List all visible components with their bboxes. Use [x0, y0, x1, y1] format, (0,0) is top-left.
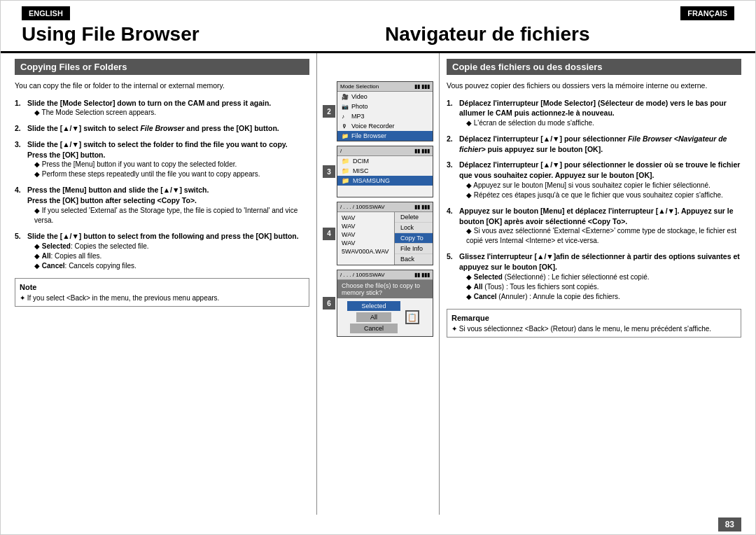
- menu-overlay: Delete Lock Copy To File Info Back: [394, 212, 433, 265]
- step-fr-num-2: 2.: [447, 134, 456, 154]
- copy-options-area: Selected All Cancel 📋: [337, 298, 433, 336]
- main-titles: Using File Browser Navigateur de fichier…: [1, 23, 755, 53]
- step-en-4: 4. Press the [Menu] button and slide the…: [15, 185, 309, 225]
- screen-copy: / . . . / 100SSWAV ▮▮ ▮▮▮ Choose the fil…: [337, 270, 433, 337]
- page-footer: 83: [1, 515, 755, 534]
- step-fr-num-1: 1.: [447, 98, 456, 128]
- step-content-5: Slide the [▲/▼] button to select from th…: [27, 231, 309, 271]
- voice-icon: 🎙: [342, 123, 349, 130]
- copy-dialog-title: Choose the file(s) to copy to memory sti…: [337, 280, 433, 298]
- screen-3-misc: 📁 MISC: [337, 166, 433, 176]
- title-fr: Navigateur de fichiers: [371, 23, 734, 46]
- screen-folder: / ▮▮ ▮▮▮ 📁 DCIM 📁 MISC 📁 MSAMSUNG: [337, 146, 433, 197]
- bullet-1-1: The Mode Selection screen appears.: [27, 108, 309, 118]
- page-number: 83: [718, 517, 741, 531]
- lang-en-label: ENGLISH: [22, 6, 70, 20]
- menu-back: Back: [395, 254, 433, 265]
- note-fr-header: Remarque: [451, 314, 736, 322]
- step-en-5: 5. Slide the [▲/▼] button to select from…: [15, 231, 309, 271]
- step-fr-num-3: 3.: [447, 160, 456, 200]
- section-header-en: Copying Files or Folders: [15, 59, 309, 75]
- bullet-fr-1-1: L'écran de sélection du mode s'affiche.: [459, 118, 741, 128]
- step-fr-5: 5. Glissez l'interrupteur [▲/▼]afin de s…: [447, 251, 741, 301]
- note-en: Note ✦ If you select <Back> in the menu,…: [15, 278, 309, 307]
- note-fr-text: ✦ Si vous sélectionnez <Back> (Retour) d…: [451, 325, 736, 333]
- step-fr-num-5: 5.: [447, 251, 456, 301]
- step-num-3: 3.: [15, 139, 24, 179]
- folder-icon-dcim: 📁: [342, 158, 349, 165]
- steps-en: 1. Slide the [Mode Selector] down to tur…: [15, 98, 309, 271]
- steps-fr: 1. Déplacez l'interrupteur [Mode Selecto…: [447, 98, 741, 302]
- screen-wrapper-4: 4 / . . . / 100SSWAV ▮▮ ▮▮▮ WAV WAV WAV …: [337, 202, 433, 265]
- title-en: Using File Browser: [22, 23, 371, 46]
- step-fr-2: 2. Déplacez l'interrupteur [▲/▼] pour sé…: [447, 134, 741, 154]
- screen-wrapper-2: 2 Mode Selection ▮▮ ▮▮▮ 🎥 Video 📷 Photo …: [337, 81, 433, 141]
- wav-2: WAV: [339, 222, 393, 230]
- video-icon: 🎥: [342, 94, 349, 100]
- step-en-1: 1. Slide the [Mode Selector] down to tur…: [15, 98, 309, 118]
- step-num-2: 2.: [15, 123, 24, 134]
- filebrowser-icon: 📁: [342, 133, 349, 139]
- step-badge-3: 3: [323, 165, 335, 178]
- screen-3-dcim: 📁 DCIM: [337, 156, 433, 166]
- folder-icon-msamsung: 📁: [342, 177, 349, 184]
- screen-2-video: 🎥 Video: [337, 92, 433, 102]
- page: ENGLISH FRANÇAIS Using File Browser Navi…: [0, 0, 756, 535]
- copy-selected: Selected: [347, 301, 400, 311]
- folder-icon-misc: 📁: [342, 167, 349, 174]
- wav-5: 5WAV000A.WAV: [339, 247, 393, 256]
- screen-4-header: / . . . / 100SSWAV ▮▮ ▮▮▮: [337, 202, 433, 212]
- screen-4-title: / . . . / 100SSWAV: [340, 204, 385, 210]
- wav-1: WAV: [339, 214, 393, 222]
- screen-2-header: Mode Selection ▮▮ ▮▮▮: [337, 82, 433, 92]
- step-fr-content-1: Déplacez l'interrupteur [Mode Selector] …: [459, 98, 741, 128]
- step-content-2: Slide the [▲/▼] switch to select File Br…: [27, 123, 309, 134]
- screen-wrapper-3: 3 / ▮▮ ▮▮▮ 📁 DCIM 📁 MISC 📁 MSAMSUNG: [337, 146, 433, 197]
- step-num-5: 5.: [15, 231, 24, 271]
- col-middle: 2 Mode Selection ▮▮ ▮▮▮ 🎥 Video 📷 Photo …: [317, 53, 440, 515]
- bullet-3-2: Perform these steps repeatedly until the…: [27, 169, 309, 179]
- mp3-icon: ♪: [342, 113, 349, 120]
- bullet-5-1: Selected: Copies the selected file.: [27, 242, 309, 251]
- step-content-3: Slide the [▲/▼] switch to select the fol…: [27, 139, 309, 179]
- screen-2-title: Mode Selection: [340, 83, 379, 90]
- step-badge-4: 4: [323, 228, 335, 240]
- screen-4-icons: ▮▮ ▮▮▮: [414, 204, 430, 210]
- step-fr-num-4: 4.: [447, 206, 456, 246]
- screen-2-photo: 📷 Photo: [337, 102, 433, 111]
- screen-2-filebrowser: 📁 File Browser: [337, 131, 433, 141]
- col-english: Copying Files or Folders You can copy th…: [15, 53, 317, 515]
- lang-fr-label: FRANÇAIS: [680, 6, 734, 20]
- screen-2-mp3: ♪ MP3: [337, 111, 433, 121]
- note-en-header: Note: [20, 283, 304, 291]
- photo-icon: 📷: [342, 104, 349, 110]
- step-fr-3: 3. Déplacez l'interrupteur [▲/▼] pour sé…: [447, 160, 741, 200]
- step-num-1: 1.: [15, 98, 24, 118]
- step-content-4: Press the [Menu] button and slide the [▲…: [27, 185, 309, 225]
- bullet-fr-3-2: Répétez ces étapes jusqu'à ce que le fic…: [459, 190, 741, 200]
- screen-3-msamsung: 📁 MSAMSUNG: [337, 176, 433, 186]
- bullet-5-2: All: Copies all files.: [27, 251, 309, 261]
- copy-icon: 📋: [405, 310, 419, 324]
- wav-4: WAV: [339, 239, 393, 247]
- bullet-fr-4-1: Si vous avez sélectionné 'External <Exte…: [459, 226, 741, 246]
- screen-3-icons: ▮▮ ▮▮▮: [414, 148, 430, 154]
- step-content-1: Slide the [Mode Selector] down to turn o…: [27, 98, 309, 118]
- screen-6-title: / . . . / 100SSWAV: [340, 272, 385, 278]
- note-fr: Remarque ✦ Si vous sélectionnez <Back> (…: [447, 309, 741, 338]
- copy-all: All: [356, 312, 391, 322]
- note-en-text: ✦ If you select <Back> in the menu, the …: [20, 294, 304, 302]
- screen-3-header: / ▮▮ ▮▮▮: [337, 146, 433, 156]
- col-french: Copie des fichiers ou des dossiers Vous …: [440, 53, 741, 515]
- bullet-fr-5-1: Selected (Sélectionné) : Le fichier séle…: [459, 272, 741, 282]
- content-area: Copying Files or Folders You can copy th…: [1, 53, 755, 515]
- menu-lock: Lock: [395, 223, 433, 233]
- menu-delete: Delete: [395, 212, 433, 223]
- step-badge-6: 6: [323, 297, 335, 310]
- step-badge-2: 2: [323, 105, 335, 118]
- lang-headers: ENGLISH FRANÇAIS: [1, 1, 755, 23]
- screen-6-header: / . . . / 100SSWAV ▮▮ ▮▮▮: [337, 270, 433, 280]
- copy-buttons: Selected All Cancel: [347, 301, 400, 333]
- bullet-3-1: Press the [Menu] button if you want to c…: [27, 160, 309, 169]
- bullet-5-3: Cancel: Cancels copying files.: [27, 261, 309, 271]
